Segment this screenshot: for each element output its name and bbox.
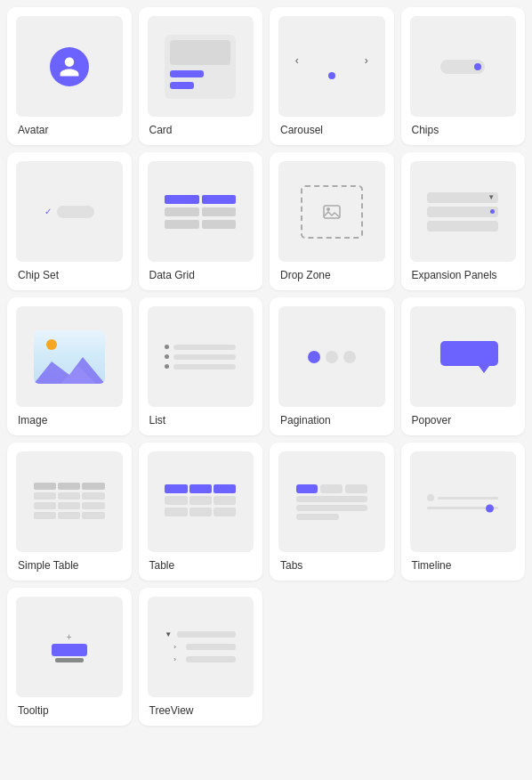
- popover-label: Popover: [410, 414, 452, 427]
- list-line: [173, 345, 236, 350]
- timeline-row: [427, 494, 498, 501]
- datagrid-label: Data Grid: [148, 269, 195, 281]
- chipset-check-icon: ✓: [44, 207, 52, 216]
- tooltip-label: Tooltip: [16, 704, 49, 717]
- table-preview: [148, 451, 254, 552]
- table-inner: [165, 484, 236, 519]
- tree-line: [177, 631, 236, 638]
- stable-cell: [34, 512, 56, 519]
- pagination-label: Pagination: [278, 414, 331, 427]
- expansion-row-2: [427, 207, 498, 217]
- table-row-3: [165, 508, 236, 516]
- component-card-list[interactable]: List: [139, 297, 263, 435]
- treeview-preview: ▼ › ›: [148, 597, 254, 697]
- table-cell: [165, 484, 187, 493]
- stable-label: Simple Table: [16, 559, 78, 572]
- stable-cell: [58, 512, 80, 519]
- datagrid-cell: [165, 220, 199, 229]
- tree-row-2: ›: [173, 643, 236, 651]
- component-card-table[interactable]: Table: [139, 443, 263, 581]
- list-preview: [148, 306, 254, 407]
- component-card-treeview[interactable]: ▼ › › TreeView: [139, 588, 263, 726]
- chipset-preview: ✓: [16, 161, 123, 262]
- component-card-tooltip[interactable]: + Tooltip: [7, 588, 132, 726]
- component-card-expansion-panels[interactable]: ▼ Expansion Panels: [401, 152, 526, 290]
- component-card-popover[interactable]: Popover: [401, 297, 526, 435]
- tab-item-active: [296, 484, 318, 493]
- popover-box: [440, 341, 498, 366]
- expansion-row-1: ▼: [427, 192, 498, 203]
- timeline-line-with-dot: [427, 507, 498, 509]
- pagination-inner: [308, 351, 356, 363]
- stable-cell: [82, 502, 104, 509]
- list-label: List: [148, 414, 166, 427]
- tooltip-preview: +: [16, 597, 123, 697]
- carousel-arrows: ‹ ›: [292, 54, 372, 67]
- popover-preview: [410, 306, 517, 407]
- component-card-chip-set[interactable]: ✓ Chip Set: [7, 152, 132, 290]
- card-label: Card: [148, 124, 173, 136]
- tree-arrow-icon: ▼: [165, 630, 173, 638]
- stable-cell: [34, 492, 56, 500]
- component-card-data-grid[interactable]: Data Grid: [139, 152, 263, 290]
- component-card-tabs[interactable]: Tabs: [270, 443, 394, 581]
- component-card-card[interactable]: Card: [139, 7, 263, 145]
- timeline-row-active: [427, 507, 498, 509]
- tooltip-inner: +: [52, 632, 87, 662]
- table-cell: [165, 508, 187, 516]
- component-card-drop-zone[interactable]: Drop Zone: [270, 152, 394, 290]
- pagination-dot: [343, 351, 356, 363]
- tree-arrow-icon: ›: [173, 655, 182, 663]
- treeview-label: TreeView: [148, 704, 194, 717]
- pagination-preview: [278, 306, 385, 407]
- carousel-label: Carousel: [278, 124, 323, 136]
- tree-row-3: ›: [173, 655, 236, 663]
- tooltip-stand: [55, 658, 84, 662]
- chips-preview: [410, 16, 517, 117]
- datagrid-inner: [165, 195, 236, 229]
- datagrid-cell: [165, 207, 199, 216]
- chips-label: Chips: [410, 124, 439, 136]
- component-card-timeline[interactable]: Timeline: [401, 443, 526, 581]
- image-preview: [16, 306, 123, 407]
- component-card-simple-table[interactable]: Simple Table: [7, 443, 132, 581]
- stable-row-head: [34, 483, 105, 490]
- component-card-pagination[interactable]: Pagination: [270, 297, 394, 435]
- carousel-inner: ‹ ›: [292, 54, 372, 79]
- component-card-avatar[interactable]: Avatar: [7, 7, 132, 145]
- popover-tail: [479, 366, 489, 373]
- tree-line: [186, 656, 236, 662]
- table-row-2: [165, 496, 236, 505]
- timeline-node-inactive: [427, 494, 434, 501]
- table-label: Table: [148, 559, 175, 572]
- component-card-carousel[interactable]: ‹ › Carousel: [270, 7, 394, 145]
- card-bar-1: [170, 70, 203, 77]
- table-cell: [189, 484, 212, 493]
- card-header-bar: [170, 40, 230, 65]
- list-line: [173, 354, 236, 360]
- timeline-inner: [427, 494, 498, 509]
- datagrid-row-1: [165, 195, 236, 204]
- stable-preview: [16, 451, 123, 552]
- stable-cell: [58, 492, 80, 500]
- stable-cell: [82, 483, 104, 490]
- stable-cell: [82, 512, 104, 519]
- datagrid-row-2: [165, 207, 236, 216]
- stable-cell: [58, 483, 80, 490]
- component-card-image[interactable]: Image: [7, 297, 132, 435]
- list-bullet: [165, 345, 169, 349]
- chips-inner: [440, 60, 485, 74]
- tree-row-1: ▼: [165, 630, 236, 638]
- timeline-label: Timeline: [410, 559, 452, 572]
- avatar-icon: [50, 47, 89, 86]
- table-cell: [189, 496, 212, 505]
- tab-item: [345, 484, 367, 493]
- stable-row-1: [34, 492, 105, 500]
- image-inner: [34, 330, 105, 384]
- tab-item: [320, 484, 343, 493]
- treeview-inner: ▼ › ›: [165, 630, 236, 663]
- tabs-content-line: [296, 514, 339, 520]
- component-card-chips[interactable]: Chips: [401, 7, 526, 145]
- avatar-label: Avatar: [16, 124, 48, 136]
- list-row-1: [165, 345, 236, 350]
